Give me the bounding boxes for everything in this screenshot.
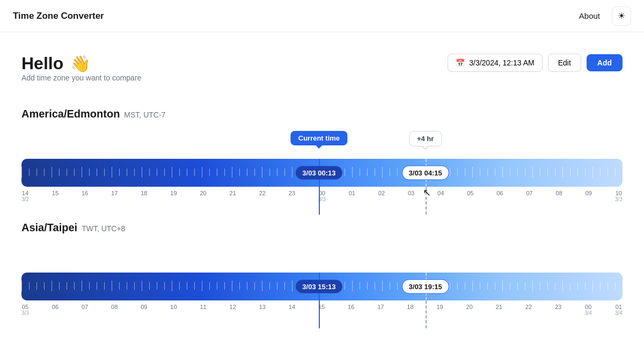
current-time-tooltip: Current time (291, 131, 347, 145)
hour-label: 17 (111, 190, 118, 202)
hour-label: 02 (378, 190, 385, 202)
theme-toggle-button[interactable]: ☀ (612, 6, 631, 26)
current-line-ext-0 (319, 187, 320, 215)
hour-label: 11 (200, 304, 206, 316)
hour-labels-0: 143/2151617181920212223003/3010203040506… (21, 190, 623, 202)
timezone-container: America/EdmontonMST, UTC-7Current time+4… (21, 108, 623, 316)
hour-label: 12 (230, 304, 236, 316)
hour-label: 08 (111, 304, 118, 316)
hour-label: 09 (586, 190, 592, 202)
datetime-button[interactable]: 📅 3/3/2024, 12:13 AM (448, 54, 542, 72)
hover-bubble-1: 3/03 19:15 (402, 280, 449, 294)
hour-label: 103/3 (615, 190, 623, 202)
add-button[interactable]: Add (587, 54, 623, 71)
hour-label: 01 (349, 190, 355, 202)
header-controls: About ☀ (574, 6, 631, 26)
calendar-icon: 📅 (456, 58, 465, 67)
hour-label: 10 (170, 304, 177, 316)
hour-labels-1: 053/306070809101112131415161718192021222… (21, 304, 623, 316)
hour-label: 04 (437, 190, 444, 202)
current-bubble-0: 3/03 00:13 (296, 166, 342, 180)
timeline-wrapper-0[interactable]: Current time+4 hr3/03 00:133/03 04:15↖14… (21, 159, 623, 202)
greeting-block: Hello 👋 Add time zone you want to compar… (21, 54, 141, 104)
hour-label: 18 (407, 304, 413, 316)
hour-label: 07 (82, 304, 88, 316)
hour-label: 003/4 (584, 304, 592, 316)
hour-label: 21 (230, 190, 236, 202)
hover-bubble-0: 3/03 04:15 (402, 166, 449, 180)
hour-label: 18 (141, 190, 147, 202)
hour-label: 23 (289, 190, 295, 202)
hour-label: 19 (436, 304, 443, 316)
hour-label: 16 (82, 190, 88, 202)
hour-label: 21 (496, 304, 502, 316)
wave-emoji: 👋 (70, 55, 90, 72)
hour-label: 22 (525, 304, 532, 316)
hello-text: Hello (21, 54, 63, 73)
hour-label: 23 (555, 304, 561, 316)
sun-icon: ☀ (618, 11, 625, 21)
hover-line-ext-1 (426, 300, 427, 328)
hour-label: 013/4 (615, 304, 623, 316)
hour-label: 17 (377, 304, 384, 316)
current-bubble-1: 3/03 15:13 (296, 280, 342, 293)
tz-label-1: Asia/TaipeiTWT, UTC+8 (21, 222, 623, 234)
app-title: Time Zone Converter (13, 11, 104, 21)
hour-label: 08 (556, 190, 562, 202)
datetime-value: 3/3/2024, 12:13 AM (469, 58, 534, 67)
greeting-heading: Hello 👋 (21, 54, 141, 74)
hour-label: 143/2 (21, 190, 29, 202)
current-line-ext-1 (319, 300, 320, 328)
tz-section-0: America/EdmontonMST, UTC-7Current time+4… (21, 108, 623, 202)
hour-label: 06 (52, 304, 58, 316)
main-content: Hello 👋 Add time zone you want to compar… (0, 32, 644, 338)
hour-label: 053/3 (21, 304, 29, 316)
hour-label: 19 (170, 190, 177, 202)
edit-button[interactable]: Edit (548, 54, 581, 72)
tz-label-0: America/EdmontonMST, UTC-7 (21, 108, 623, 120)
hour-label: 22 (259, 190, 266, 202)
timeline-bar-1[interactable]: 3/03 15:133/03 19:15 (21, 273, 623, 300)
hour-label: 09 (141, 304, 147, 316)
tz-section-1: Asia/TaipeiTWT, UTC+83/03 15:133/03 19:1… (21, 222, 623, 316)
hour-label: 20 (466, 304, 473, 316)
hour-label: 15 (52, 190, 58, 202)
about-button[interactable]: About (574, 8, 605, 24)
hour-label: 03 (408, 190, 414, 202)
header: Time Zone Converter About ☀ (0, 0, 644, 32)
hour-label: 13 (259, 304, 266, 316)
hour-label: 16 (348, 304, 354, 316)
greeting-row: Hello 👋 Add time zone you want to compar… (21, 54, 623, 104)
hover-time-tooltip: +4 hr (409, 131, 442, 146)
controls-bar: 📅 3/3/2024, 12:13 AM Edit Add (448, 54, 623, 72)
hour-label: 14 (289, 304, 295, 316)
subtitle-text: Add time zone you want to compare (21, 74, 141, 82)
timeline-bar-0[interactable]: 3/03 00:133/03 04:15 (21, 159, 623, 187)
hour-label: 07 (526, 190, 532, 202)
hour-label: 06 (496, 190, 503, 202)
cursor-pointer-icon: ↖ (423, 187, 431, 199)
hour-label: 20 (200, 190, 206, 202)
hour-label: 05 (467, 190, 473, 202)
timeline-wrapper-1[interactable]: 3/03 15:133/03 19:15053/3060708091011121… (21, 273, 623, 316)
